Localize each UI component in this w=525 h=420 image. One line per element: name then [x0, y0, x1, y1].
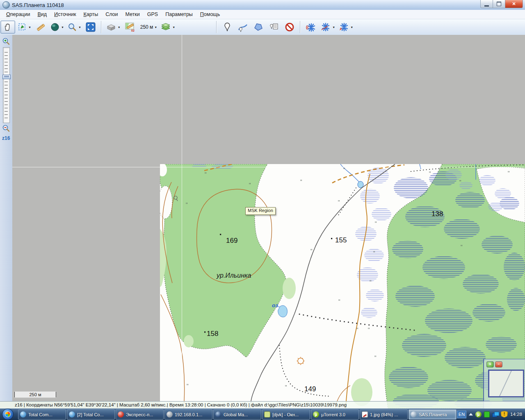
chevron-down-icon: ▼	[172, 26, 175, 29]
placemark-list-icon	[269, 22, 279, 32]
map-viewport[interactable]: 169 155 158 149 138 ур.Ильинка оз. MSK R…	[12, 35, 525, 409]
hide-marks-button[interactable]	[282, 21, 297, 34]
task-total-commander-1[interactable]: Total Com...	[18, 409, 66, 420]
task-image-viewer[interactable]: 1.jpg (84%) ...	[360, 409, 408, 420]
menu-view[interactable]: Вид	[34, 10, 50, 18]
pan-hand-button[interactable]	[0, 21, 15, 34]
chevron-down-icon: ▼	[78, 26, 81, 29]
zoom-slider[interactable]	[3, 47, 10, 123]
zoom-out-button[interactable]	[2, 124, 11, 135]
express-icon	[118, 411, 124, 418]
toolbar-separator	[101, 21, 102, 33]
security-warning-icon[interactable]: !	[501, 411, 508, 418]
minimap-view-frame[interactable]	[488, 370, 524, 397]
selection-manager-button[interactable]: ▼	[16, 21, 32, 34]
task-label: [2] Total Co...	[77, 412, 104, 417]
map-tooltip: MSK Region	[245, 207, 276, 215]
cache-type-button[interactable]: ▼	[105, 21, 122, 34]
zoom-out-icon	[2, 124, 11, 133]
minimize-icon	[484, 5, 489, 7]
task-sas-planet[interactable]: SAS.Планета	[409, 409, 457, 420]
task-utorrent[interactable]: µ µTorrent 3.0	[311, 409, 359, 420]
elevation-label: 138	[431, 210, 443, 218]
menu-bar: Операции Вид Источник Карты Слои Метки G…	[0, 10, 525, 19]
add-polygon-button[interactable]	[251, 21, 266, 34]
menu-parameters[interactable]: Параметры	[162, 10, 196, 18]
placemark-manager-button[interactable]	[267, 21, 281, 34]
elevation-label: 158	[207, 330, 218, 338]
slider-ticks	[5, 49, 8, 120]
menu-source[interactable]: Источник	[50, 10, 80, 18]
task-total-commander-2[interactable]: [2] Total Co...	[67, 409, 115, 420]
close-button[interactable]: ✕	[505, 0, 523, 8]
task-express[interactable]: Экспресс-п...	[116, 409, 164, 420]
ruler-icon	[36, 22, 46, 32]
menu-operations[interactable]: Операции	[2, 10, 34, 18]
router-icon	[167, 411, 173, 418]
zoom-slider-handle[interactable]	[2, 75, 11, 79]
minimap-zoom-in-button[interactable]: +	[486, 361, 494, 368]
add-path-button[interactable]	[235, 21, 250, 34]
elevation-label: 169	[226, 237, 237, 244]
full-map-button[interactable]: ▼	[49, 21, 65, 34]
scale-value: 250 м	[140, 24, 153, 30]
placemark-icon	[223, 22, 232, 32]
task-label: 192.168.0.1...	[175, 412, 202, 417]
place-label: ур.Ильинка	[216, 272, 251, 279]
zoom-in-button[interactable]	[2, 37, 11, 48]
show-hidden-icons[interactable]	[469, 413, 473, 415]
add-placemark-button[interactable]	[220, 21, 235, 34]
elevation-label: 149	[304, 385, 316, 393]
task-label: Экспресс-п...	[126, 412, 153, 417]
fullscreen-icon	[85, 22, 96, 32]
layers-button[interactable]: ▼	[159, 21, 176, 34]
no-entry-icon	[284, 22, 295, 32]
map-scale-icon: 02	[124, 22, 136, 32]
minimize-button[interactable]	[480, 0, 493, 8]
window-controls: ✕	[480, 0, 523, 8]
menu-maps[interactable]: Карты	[80, 10, 102, 18]
map-tile: 169 155 158 149 138 ур.Ильинка оз.	[160, 164, 525, 409]
app-icon	[2, 1, 10, 9]
fullscreen-button[interactable]	[83, 21, 98, 34]
gps-connect-button[interactable]	[304, 21, 318, 34]
zoom-panel: z16	[0, 35, 13, 401]
menu-marks[interactable]: Метки	[122, 10, 144, 18]
map-scale-button[interactable]: 02	[123, 21, 137, 34]
utorrent-icon: µ	[313, 411, 319, 418]
scale-bar: 250 м	[14, 392, 56, 397]
gps-tracks-button[interactable]: ▼	[319, 21, 336, 34]
network-icon[interactable]	[492, 412, 498, 417]
status-bar: z16 | Координаты N56°59'51,04" E39°30'22…	[0, 401, 525, 409]
chevron-down-icon: ▼	[332, 26, 335, 29]
utorrent-tray-icon[interactable]: µ	[475, 411, 482, 418]
task-djvu-viewer[interactable]: [djvk] - Окн...	[262, 409, 310, 420]
tray-clock[interactable]: 14:28	[510, 412, 522, 417]
toolbar-separator	[216, 21, 217, 33]
scale-select-button[interactable]: 250 м ▼	[138, 21, 159, 34]
toolbar: ▼ ▼ ▼ ▼	[0, 19, 525, 35]
chevron-down-icon: ▼	[154, 26, 157, 29]
scale-badge: 02	[131, 29, 135, 32]
windows-logo-icon	[5, 411, 11, 417]
minimap-zoom-out-button[interactable]: −	[495, 361, 502, 368]
chevron-down-icon: ▼	[118, 26, 121, 29]
lake-label: оз.	[272, 302, 280, 308]
chevron-down-icon: ▼	[61, 26, 64, 29]
task-router[interactable]: 192.168.0.1...	[164, 409, 212, 420]
task-global-mapper[interactable]: Global Ma...	[213, 409, 261, 420]
window-title: SAS.Планета 110418	[12, 2, 64, 8]
start-button[interactable]	[2, 409, 14, 420]
task-label: µTorrent 3.0	[321, 412, 345, 417]
ruler-button[interactable]	[33, 21, 48, 34]
tray-app-icon[interactable]	[484, 411, 490, 418]
menu-gps[interactable]: GPS	[144, 10, 162, 18]
task-label: [djvk] - Окн...	[272, 412, 299, 417]
menu-help[interactable]: Помощь	[196, 10, 224, 18]
gps-center-button[interactable]: ▼	[337, 21, 354, 34]
menu-layers[interactable]: Слои	[102, 10, 121, 18]
zoom-tool-button[interactable]: ▼	[66, 21, 82, 34]
tile-grid-line-horizontal	[12, 167, 525, 167]
restore-button[interactable]	[493, 0, 505, 8]
language-indicator[interactable]: EN	[457, 411, 466, 418]
